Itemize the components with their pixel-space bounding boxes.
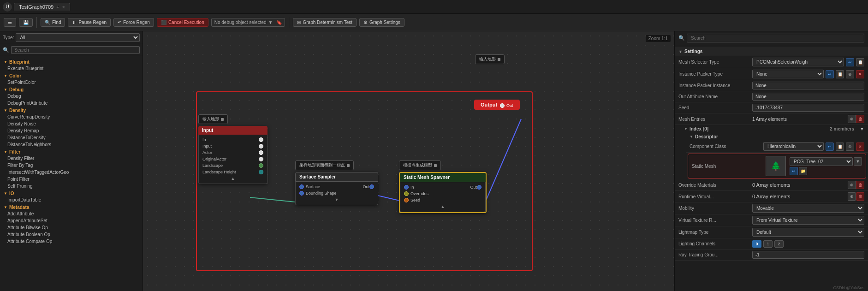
output-node[interactable]: Output Out	[474, 100, 520, 110]
node-filter-by-tag[interactable]: Filter By Tag	[0, 162, 143, 169]
settings-icon: ⚙	[363, 20, 368, 25]
mobility-select[interactable]: Movable	[752, 204, 864, 213]
graph-determinism-test-button[interactable]: ⊞ Graph Determinism Test	[293, 18, 357, 27]
index-label: Index [0]	[690, 126, 708, 131]
category-color[interactable]: Color	[0, 72, 143, 79]
mesh-expand-button[interactable]: ▼	[854, 157, 862, 166]
settings-label: Settings	[684, 49, 702, 54]
lightmap-type-select[interactable]: Default	[752, 228, 864, 237]
category-filter[interactable]: Filter	[0, 148, 143, 155]
node-density-filter[interactable]: Density Filter	[0, 155, 143, 162]
instance-packer-type-reset-button[interactable]: ↩	[826, 70, 834, 78]
component-class-delete-button[interactable]: ✕	[856, 143, 864, 151]
main-tab[interactable]: TestGraph0709 + ×	[14, 3, 70, 11]
instance-packer-type-select[interactable]: None	[752, 70, 824, 78]
spawner-node-expand[interactable]: ▲	[400, 203, 485, 210]
category-blueprint[interactable]: Blueprint	[0, 58, 143, 65]
node-distance-to-density[interactable]: DistanceToDensity	[0, 134, 143, 141]
mesh-name-select[interactable]: PCG_Tree_02	[790, 157, 853, 166]
node-density-remap[interactable]: Density Remap	[0, 127, 143, 134]
input-node[interactable]: Input In Input Actor OriginalActor	[198, 126, 268, 184]
mesh-selector-reset-button[interactable]: ↩	[846, 58, 854, 66]
input-port-landscape: Landscape	[199, 162, 267, 169]
mesh-entries-add-button[interactable]: ⊕	[848, 115, 856, 123]
node-attribute-boolean-op[interactable]: Attribute Boolean Op	[0, 231, 143, 238]
node-curve-remap-density[interactable]: CurveRemapDensity	[0, 113, 143, 120]
instance-packer-type-delete-button[interactable]: ✕	[856, 70, 864, 78]
cancel-execution-button[interactable]: ⬛ Cancel Execution	[157, 18, 208, 27]
node-debug[interactable]: Debug	[0, 93, 143, 100]
node-set-point-color[interactable]: SetPointColor	[0, 79, 143, 86]
category-density[interactable]: Density	[0, 107, 143, 113]
instance-packer-type-copy-button[interactable]: 📋	[836, 70, 844, 78]
watermark-text: CSDN @YakSus	[675, 285, 868, 291]
mesh-selector-type-select[interactable]: PCGMeshSelectorWeigh	[752, 58, 844, 66]
lighting-channel-0[interactable]: 0	[752, 240, 761, 248]
component-class-copy-button[interactable]: 📋	[836, 143, 844, 151]
mobility-row: Mobility Movable	[675, 202, 868, 214]
graph-settings-button[interactable]: ⚙ Graph Settings	[359, 18, 404, 27]
find-button[interactable]: 🔍 Find	[41, 18, 65, 27]
component-class-reset-button[interactable]: ↩	[826, 143, 834, 151]
pause-regen-button[interactable]: ⏸ Pause Regen	[68, 18, 111, 27]
instance-packer-type-extra-button[interactable]: ⊕	[846, 70, 854, 78]
spawner-label: 根据点生成模型	[399, 160, 441, 170]
out-attribute-name-input[interactable]	[752, 93, 864, 101]
virtual-texture-select[interactable]: From Virtual Texture	[752, 216, 864, 225]
lighting-channel-2[interactable]: 2	[774, 240, 784, 248]
type-filter-select[interactable]: All	[16, 33, 140, 42]
node-append-attribute-set[interactable]: AppendAttributeSet	[0, 217, 143, 224]
node-self-pruning[interactable]: Self Pruning	[0, 183, 143, 190]
lighting-channel-1[interactable]: 1	[763, 240, 773, 248]
descriptor-header[interactable]: ▼ Descriptor	[686, 133, 868, 141]
override-materials-value: 0 Array elements	[752, 182, 848, 188]
category-metadata[interactable]: Metadata	[0, 203, 143, 210]
settings-section-header[interactable]: ▼ Settings	[675, 47, 868, 56]
node-density-noise[interactable]: Density Noise	[0, 120, 143, 127]
left-search-input[interactable]	[11, 46, 140, 54]
override-materials-delete-button[interactable]: 🗑	[856, 181, 864, 189]
mesh-reset-button[interactable]: ↩	[790, 167, 798, 175]
right-search-input[interactable]	[687, 34, 864, 42]
seed-input[interactable]	[752, 104, 864, 112]
input-node-expand[interactable]: ▲	[199, 175, 267, 182]
mesh-browse-button[interactable]: 📁	[799, 167, 807, 175]
canvas-area[interactable]: 输入地形 Output Out 输入地形 Input	[143, 31, 674, 291]
node-distance-to-neighbors[interactable]: DistanceToNeighbors	[0, 141, 143, 148]
index-0-header[interactable]: ▼ Index [0] 2 members ▼	[680, 125, 868, 133]
node-attribute-bitwise-op[interactable]: Attribute Bitwise Op	[0, 224, 143, 231]
node-debug-print-attribute[interactable]: DebugPrintAttribute	[0, 100, 143, 107]
seed-value	[752, 104, 864, 112]
debug-object-selector[interactable]: No debug object selected ▼ 🔖	[211, 18, 285, 27]
node-attribute-compare-op[interactable]: Attribute Compare Op	[0, 238, 143, 245]
tab-close-button[interactable]: ×	[62, 5, 65, 10]
category-debug[interactable]: Debug	[0, 86, 143, 93]
override-materials-add-button[interactable]: ⊕	[848, 181, 856, 189]
category-io[interactable]: IO	[0, 190, 143, 196]
test-icon: ⊞	[297, 20, 301, 25]
ray-tracing-input[interactable]	[752, 251, 864, 259]
node-intersect-with-tagged-actor-geo[interactable]: IntersectWithTaggedActorGeo	[0, 169, 143, 176]
ss-node-expand[interactable]: ▼	[296, 196, 378, 203]
component-class-extra-button[interactable]: ⊕	[846, 143, 854, 151]
runtime-virtual-add-button[interactable]: ⊕	[848, 192, 856, 201]
node-execute-blueprint[interactable]: Execute Blueprint	[0, 65, 143, 72]
node-add-attribute[interactable]: Add Attribute	[0, 210, 143, 217]
node-import-data-table[interactable]: ImportDataTable	[0, 196, 143, 203]
mesh-entries-delete-button[interactable]: 🗑	[856, 115, 864, 123]
node-point-filter[interactable]: Point Filter	[0, 176, 143, 183]
force-regen-button[interactable]: ↶ Force Regen	[113, 18, 154, 27]
watermark-container: CSDN @YakSus	[675, 285, 868, 291]
pin-input	[259, 144, 263, 148]
component-class-select[interactable]: HierarchicalIn	[763, 142, 824, 151]
pin-spawner-overrides	[404, 191, 409, 196]
static-mesh-spawner-node[interactable]: Static Mesh Spawner In Out Overrides See…	[399, 172, 487, 213]
save-button[interactable]: 💾	[19, 18, 33, 27]
mesh-selector-copy-button[interactable]: 📋	[856, 58, 864, 66]
top-bar: U TestGraph0709 + ×	[0, 0, 868, 14]
hamburger-button[interactable]: ☰	[4, 18, 16, 27]
out-attribute-name-label: Out Attribute Name	[678, 94, 752, 99]
surface-sampler-node[interactable]: Surface Sampler Surface Out Bounding Sha…	[295, 172, 378, 205]
instance-packer-instance-input[interactable]	[752, 82, 864, 89]
runtime-virtual-delete-button[interactable]: 🗑	[856, 192, 864, 201]
